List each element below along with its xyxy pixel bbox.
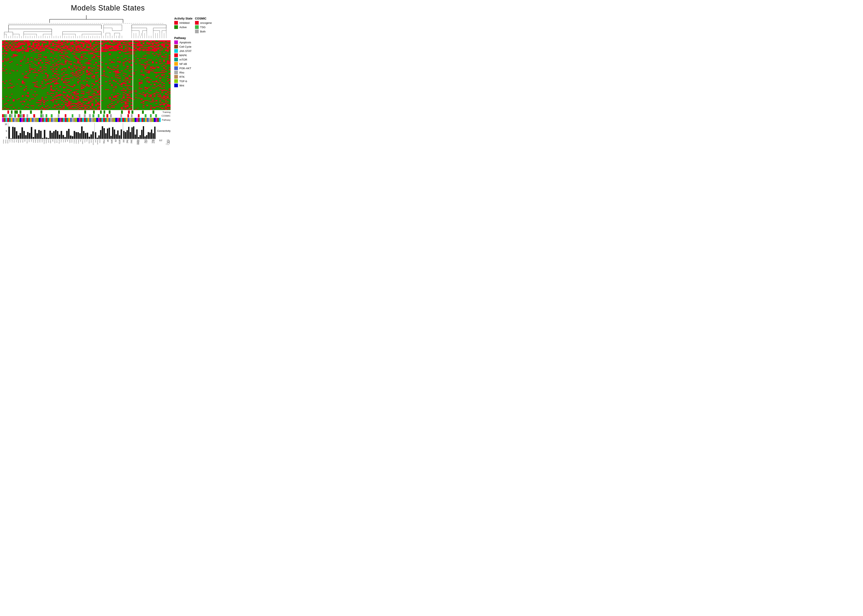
svg-text:MALV2: MALV2 — [151, 140, 156, 143]
svg-text:Antisense: Antisense — [136, 140, 140, 145]
svg-text:eIF4E: eIF4E — [71, 140, 72, 143]
svg-rect-224 — [123, 131, 124, 139]
cosmic-label: COSMIC — [162, 115, 170, 117]
svg-text:GSK3B: GSK3B — [88, 140, 90, 143]
svg-rect-204 — [87, 133, 88, 139]
svg-rect-230 — [133, 126, 134, 139]
svg-text:CTNNB1: CTNNB1 — [82, 140, 83, 144]
pathway-row: Pathway — [2, 118, 170, 122]
svg-text:4EBP1: 4EBP1 — [69, 140, 71, 143]
svg-text:SMAd3: SMAd3 — [130, 140, 132, 143]
both-label: Both — [200, 30, 206, 33]
svg-rect-199 — [77, 132, 79, 139]
svg-rect-240 — [150, 132, 151, 139]
cosmic-title: COSMIC — [195, 17, 212, 20]
svg-rect-241 — [151, 130, 152, 139]
oncogene-label: oncogene — [200, 21, 212, 24]
axis-labels-block-1: PIK3CAPIK3R1PIK3R2AKT1AKT2PTENTP53MDM2CD… — [2, 139, 101, 150]
svg-rect-173 — [29, 133, 30, 139]
svg-text:DU: DU — [158, 140, 163, 141]
svg-rect-223 — [121, 129, 122, 139]
svg-text:Rheb: Rheb — [65, 140, 66, 142]
chart-area: Training COSMIC Pathway 10 5 0 — [2, 14, 170, 150]
svg-text:TP53: TP53 — [16, 140, 17, 142]
legend-pathway-pi3k-akt: PI3K-AKT — [174, 66, 214, 70]
both-swatch — [195, 30, 199, 33]
svg-rect-214 — [105, 133, 107, 139]
svg-rect-201 — [81, 126, 83, 139]
conn-block-2 — [94, 123, 122, 139]
svg-rect-206 — [90, 134, 92, 139]
svg-rect-207 — [92, 131, 94, 139]
svg-rect-176 — [35, 129, 36, 139]
legend-pathway-wnt: Wnt — [174, 83, 214, 87]
legend-area: Activity State Inhibited Active COSMIC o… — [170, 14, 214, 88]
svg-rect-180 — [42, 138, 43, 139]
svg-text:MAPK8: MAPK8 — [110, 140, 113, 143]
legend-pathway-mapk: MAPK — [174, 53, 214, 57]
cosmic-row: COSMIC — [2, 114, 170, 118]
svg-rect-226 — [127, 130, 128, 139]
tsg-label: TSG — [200, 26, 206, 29]
svg-rect-235 — [141, 130, 142, 139]
svg-rect-174 — [31, 127, 32, 139]
conn-block-1 — [8, 123, 94, 139]
svg-text:TSC2: TSC2 — [63, 140, 64, 143]
svg-rect-179 — [40, 131, 41, 139]
svg-rect-170 — [24, 131, 25, 139]
svg-text:PPPF: PPPF — [122, 140, 125, 143]
svg-rect-187 — [55, 130, 57, 139]
connectivity-y-axis: 10 5 0 — [2, 123, 7, 139]
svg-rect-236 — [143, 126, 144, 139]
svg-rect-227 — [128, 127, 129, 139]
heatmap-block-1 — [2, 40, 101, 110]
axis-labels-row: PIK3CAPIK3R1PIK3R2AKT1AKT2PTENTP53MDM2CD… — [2, 139, 170, 150]
svg-rect-210 — [98, 135, 100, 139]
legend-tsg: TSG — [195, 25, 212, 29]
svg-text:PIK3R1: PIK3R1 — [5, 140, 6, 143]
svg-rect-177 — [36, 133, 38, 139]
pathway-swatch — [174, 49, 178, 53]
svg-rect-239 — [148, 132, 149, 139]
svg-text:AXIN1: AXIN1 — [91, 140, 92, 143]
svg-rect-191 — [63, 135, 64, 139]
legend-pathway-mtor: mTOR — [174, 58, 214, 61]
pathway-swatch — [174, 75, 178, 79]
svg-rect-228 — [130, 132, 131, 139]
svg-text:MDM2: MDM2 — [18, 140, 19, 143]
svg-text:PTENG: PTENG — [102, 140, 105, 143]
svg-text:MAPK1: MAPK1 — [46, 140, 47, 143]
legend-pathway-apoptosis: Apoptosis — [174, 41, 214, 44]
pathway-swatch — [174, 53, 178, 57]
svg-text:BRAF: BRAF — [39, 140, 41, 143]
svg-text:FGFR1: FGFR1 — [54, 140, 55, 143]
svg-text:HRAS: HRAS — [37, 140, 38, 143]
svg-rect-178 — [38, 130, 39, 139]
svg-rect-238 — [146, 135, 147, 139]
oncogene-swatch — [195, 21, 199, 25]
svg-text:FRIZZLED: FRIZZLED — [93, 140, 94, 145]
pathway-swatch — [174, 83, 178, 87]
svg-rect-231 — [135, 135, 136, 139]
svg-rect-197 — [74, 131, 75, 139]
svg-rect-163 — [10, 138, 12, 139]
svg-text:E2F1: E2F1 — [28, 140, 30, 142]
legend-pathway-tgf-b: TGF-b — [174, 79, 214, 83]
svg-rect-192 — [64, 137, 66, 139]
training-row: Training — [2, 110, 170, 114]
svg-text:PRKCA: PRKCA — [74, 140, 75, 143]
svg-rect-194 — [68, 129, 69, 139]
svg-text:APC: APC — [80, 140, 81, 142]
pathway-swatch — [174, 45, 178, 49]
svg-text:MYC: MYC — [31, 140, 32, 142]
svg-rect-208 — [95, 132, 96, 139]
axis-labels-block-2: PTENGMAFMAPK8ATMMAP2K4PPPFSMad2SMAd3 — [101, 139, 132, 150]
svg-rect-212 — [102, 126, 103, 139]
svg-text:NRAS: NRAS — [35, 140, 36, 143]
connectivity-label: Connectivity — [157, 130, 170, 132]
legend-pathway-rho: Rho — [174, 71, 214, 74]
svg-rect-168 — [19, 133, 21, 139]
svg-rect-233 — [138, 137, 139, 139]
tsg-swatch — [195, 25, 199, 29]
svg-rect-221 — [117, 130, 119, 139]
